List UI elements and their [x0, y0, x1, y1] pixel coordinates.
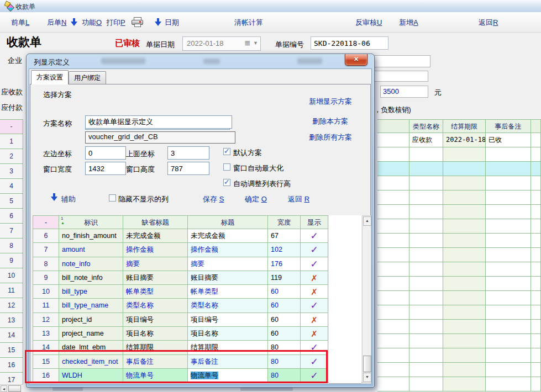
bg-row-number[interactable]: 13: [0, 313, 23, 328]
row-number-cell[interactable]: 7: [33, 243, 59, 257]
bg-grid-cell[interactable]: [409, 262, 443, 277]
delete-scheme-link[interactable]: 删除本方案: [312, 116, 348, 126]
bg-grid-cell[interactable]: [409, 277, 443, 291]
next-doc-button[interactable]: 后单N: [47, 18, 66, 28]
column-id-cell[interactable]: project_id: [59, 313, 123, 327]
bg-col-type-name[interactable]: 类型名称: [409, 119, 443, 133]
bg-grid-cell[interactable]: [409, 162, 443, 176]
bg-grid-cell[interactable]: [377, 219, 409, 234]
bg-grid-cell[interactable]: [377, 248, 409, 262]
title-cell[interactable]: 未完成金额: [188, 229, 268, 243]
bg-grid-cell[interactable]: [443, 147, 486, 162]
bg-grid-cell[interactable]: 应收款: [409, 133, 443, 147]
bg-grid-cell[interactable]: [377, 377, 409, 391]
bg-grid-cell[interactable]: [377, 176, 409, 190]
bg-grid-cell[interactable]: [409, 291, 443, 305]
bg-row-number[interactable]: 6: [0, 209, 23, 224]
show-cell[interactable]: ✗: [301, 313, 328, 327]
bg-grid-cell[interactable]: [377, 162, 409, 176]
bg-grid-cell[interactable]: [531, 363, 541, 377]
bg-grid-cell[interactable]: [377, 234, 409, 248]
bg-grid-cell[interactable]: [486, 348, 531, 363]
bg-grid-row[interactable]: [377, 162, 541, 176]
bg-grid-row[interactable]: [377, 334, 541, 348]
dialog-return-button[interactable]: 返回 R: [288, 194, 309, 204]
column-id-cell[interactable]: bill_type: [59, 285, 123, 299]
bg-grid-cell[interactable]: [443, 205, 486, 219]
show-cell[interactable]: ✓: [301, 229, 328, 243]
bg-row-number[interactable]: 4: [0, 179, 23, 194]
bg-grid-cell[interactable]: [531, 234, 541, 248]
bg-grid-cell[interactable]: [377, 190, 409, 205]
bg-grid-cell[interactable]: [486, 205, 531, 219]
width-cell[interactable]: 102: [268, 243, 301, 257]
add-new-button[interactable]: 新增A: [399, 18, 418, 28]
bg-row-number[interactable]: 15: [0, 343, 23, 358]
down-arrow-icon[interactable]: [155, 18, 161, 26]
bg-col-settle-date[interactable]: 结算期限: [443, 119, 486, 133]
bg-grid-cell[interactable]: [531, 248, 541, 262]
bg-grid-cell[interactable]: [531, 377, 541, 391]
bg-grid-cell[interactable]: [531, 334, 541, 348]
bg-grid-cell[interactable]: [377, 305, 409, 320]
scroll-left-icon[interactable]: ◄: [1, 385, 7, 392]
close-button[interactable]: ✕: [345, 54, 367, 66]
row-number-cell[interactable]: 12: [33, 313, 59, 327]
bg-grid-cell[interactable]: [486, 377, 531, 391]
bg-grid-cell[interactable]: [531, 162, 541, 176]
column-definition-row[interactable]: 6no_finish_amount未完成金额未完成金额67✓: [33, 229, 329, 243]
show-cell[interactable]: ✗: [301, 327, 328, 341]
bg-grid-cell[interactable]: [443, 305, 486, 320]
bg-grid-cell[interactable]: [531, 277, 541, 291]
return-button[interactable]: 返回R: [479, 18, 498, 28]
bg-grid-cell[interactable]: 已收: [486, 133, 531, 147]
width-cell[interactable]: 60: [268, 327, 301, 341]
bg-grid-cell[interactable]: [486, 176, 531, 190]
default-scheme-checkbox[interactable]: [223, 148, 230, 155]
column-definition-row[interactable]: 9bill_note_info账目摘要账目摘要119✗: [33, 271, 329, 285]
bg-grid-cell[interactable]: [377, 334, 409, 348]
width-cell[interactable]: 119: [268, 271, 301, 285]
bg-grid-row[interactable]: [377, 205, 541, 219]
left-coord-input[interactable]: [85, 146, 126, 160]
title-cell[interactable]: 摘要: [188, 257, 268, 271]
col-header-id[interactable]: 1▲ 标识: [59, 215, 123, 229]
top-coord-input[interactable]: [167, 146, 209, 160]
printer-icon[interactable]: [132, 17, 143, 27]
doc-number-input[interactable]: [311, 36, 388, 50]
bg-grid-cell[interactable]: [409, 190, 443, 205]
column-id-cell[interactable]: bill_type_name: [59, 299, 123, 312]
function-menu-button[interactable]: 功能O: [82, 18, 102, 28]
bg-grid-cell[interactable]: [377, 205, 409, 219]
save-button[interactable]: 保存 S: [203, 194, 224, 204]
doc-date-picker[interactable]: 2022-01-18 ▦ ▼: [182, 36, 261, 51]
bg-row-number[interactable]: 16: [0, 358, 23, 373]
bg-grid-cell[interactable]: [486, 363, 531, 377]
bg-grid-corner[interactable]: -: [0, 119, 23, 134]
column-definition-row[interactable]: 8note_info摘要摘要176✓: [33, 257, 329, 271]
row-number-cell[interactable]: 6: [33, 229, 59, 243]
bg-row-number[interactable]: 7: [0, 224, 23, 239]
bg-grid-cell[interactable]: [409, 334, 443, 348]
bg-grid-cell[interactable]: [443, 320, 486, 334]
default-title-cell[interactable]: 项目编号: [123, 313, 188, 327]
bg-grid-row[interactable]: [377, 190, 541, 205]
date-menu-button[interactable]: 日期: [165, 18, 179, 28]
bg-row-number[interactable]: 9: [0, 253, 23, 268]
column-definition-row[interactable]: 10bill_type帐单类型帐单类型60✗: [33, 285, 329, 299]
row-number-cell[interactable]: 11: [33, 299, 59, 312]
delete-all-schemes-link[interactable]: 删除所有方案: [309, 133, 352, 142]
bg-grid-cell[interactable]: [531, 205, 541, 219]
bg-grid-cell[interactable]: [409, 377, 443, 391]
scroll-down-icon[interactable]: ▼: [363, 373, 371, 382]
width-cell[interactable]: 60: [268, 285, 301, 299]
bg-grid-row[interactable]: 应收款2022-01-18已收: [377, 133, 541, 147]
bg-grid-cell[interactable]: [486, 248, 531, 262]
vertical-scrollbar[interactable]: ▲ ▼: [362, 215, 371, 383]
bg-grid-row[interactable]: [377, 348, 541, 363]
row-number-cell[interactable]: 8: [33, 257, 59, 271]
bg-row-number[interactable]: 12: [0, 298, 23, 313]
bg-grid-cell[interactable]: [377, 262, 409, 277]
bg-grid-cell[interactable]: [531, 147, 541, 162]
default-title-cell[interactable]: 账目摘要: [123, 271, 188, 285]
